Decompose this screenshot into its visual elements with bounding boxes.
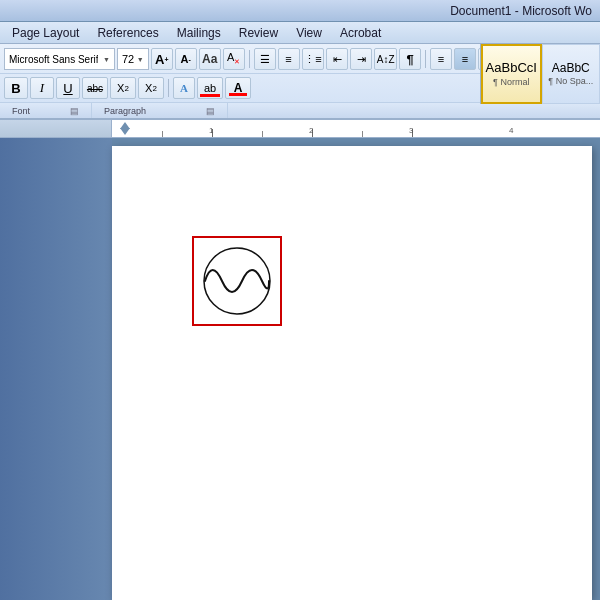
- ruler-label-3: 3: [409, 126, 413, 135]
- font-section-expand[interactable]: ▤: [70, 106, 79, 116]
- font-name-value: Microsoft Sans Serif: [9, 54, 98, 65]
- style-normal-label: ¶ Normal: [493, 77, 529, 87]
- clear-format-button[interactable]: A✕: [223, 48, 245, 70]
- sort-button[interactable]: A↕Z: [374, 48, 397, 70]
- highlight-icon: ab: [204, 82, 216, 94]
- left-sidebar: [0, 138, 112, 600]
- ruler: 1 2 3 4: [0, 120, 600, 138]
- text-effects-button[interactable]: A: [173, 77, 195, 99]
- style-nospace-label: ¶ No Spa...: [548, 76, 593, 86]
- italic-button[interactable]: I: [30, 77, 54, 99]
- paragraph-section-expand[interactable]: ▤: [206, 106, 215, 116]
- increase-indent-button[interactable]: ⇥: [350, 48, 372, 70]
- font-size-selector[interactable]: 72 ▼: [117, 48, 149, 70]
- strikethrough-button[interactable]: abc: [82, 77, 108, 99]
- menu-page-layout[interactable]: Page Layout: [4, 24, 87, 42]
- ruler-label-1: 1: [209, 126, 213, 135]
- shrink-font-button[interactable]: A-: [175, 48, 197, 70]
- ruler-content[interactable]: 1 2 3 4: [112, 120, 600, 137]
- separator3: [168, 79, 169, 97]
- highlight-color-button[interactable]: ab: [197, 77, 223, 99]
- indent-marker-bottom: [120, 128, 130, 135]
- separator1: [249, 50, 250, 68]
- align-center-button[interactable]: ≡: [454, 48, 476, 70]
- numbering-button[interactable]: ≡: [278, 48, 300, 70]
- menu-review[interactable]: Review: [231, 24, 286, 42]
- font-name-dropdown-icon: ▼: [103, 56, 110, 63]
- subscript-button[interactable]: X2: [110, 77, 136, 99]
- title-text: Document1 - Microsoft Wo: [450, 4, 592, 18]
- show-formatting-button[interactable]: ¶: [399, 48, 421, 70]
- ribbon-sections: Font ▤ Paragraph ▤: [0, 102, 600, 118]
- decrease-indent-button[interactable]: ⇤: [326, 48, 348, 70]
- svg-point-0: [204, 248, 270, 314]
- ruler-label-4: 4: [509, 126, 513, 135]
- text-effects-icon: A: [180, 82, 188, 94]
- menu-acrobat[interactable]: Acrobat: [332, 24, 389, 42]
- underline-button[interactable]: U: [56, 77, 80, 99]
- separator2: [425, 50, 426, 68]
- menu-mailings[interactable]: Mailings: [169, 24, 229, 42]
- font-color-indicator: [229, 93, 247, 96]
- ruler-tick-3: [262, 131, 263, 137]
- ribbon: AaBbCcI ¶ Normal AaBbC ¶ No Spa... Micro…: [0, 44, 600, 120]
- ruler-label-2: 2: [309, 126, 313, 135]
- font-size-dropdown-icon: ▼: [137, 56, 144, 63]
- clear-format-icon: A✕: [227, 51, 240, 66]
- menu-bar: Page Layout References Mailings Review V…: [0, 22, 600, 44]
- font-size-value: 72: [122, 53, 134, 65]
- content-area: [0, 138, 600, 600]
- title-bar: Document1 - Microsoft Wo: [0, 0, 600, 22]
- font-name-selector[interactable]: Microsoft Sans Serif ▼: [4, 48, 115, 70]
- style-normal[interactable]: AaBbCcI ¶ Normal: [481, 44, 542, 104]
- change-case-button[interactable]: Aa: [199, 48, 221, 70]
- bold-button[interactable]: B: [4, 77, 28, 99]
- bullets-button[interactable]: ☰: [254, 48, 276, 70]
- font-color-button[interactable]: A: [225, 77, 251, 99]
- grow-font-button[interactable]: A+: [151, 48, 173, 70]
- wave-symbol-container[interactable]: [192, 236, 282, 326]
- wave-svg: [197, 244, 277, 319]
- superscript-button[interactable]: X2: [138, 77, 164, 99]
- align-left-button[interactable]: ≡: [430, 48, 452, 70]
- ruler-left-margin: [0, 120, 112, 137]
- multilevel-list-button[interactable]: ⋮≡: [302, 48, 325, 70]
- ruler-tick-5: [362, 131, 363, 137]
- font-section-label: Font ▤: [0, 103, 92, 118]
- menu-view[interactable]: View: [288, 24, 330, 42]
- style-no-spacing[interactable]: AaBbC ¶ No Spa...: [542, 44, 601, 104]
- ruler-tick-1: [162, 131, 163, 137]
- menu-references[interactable]: References: [89, 24, 166, 42]
- style-normal-preview: AaBbCcI: [486, 61, 537, 75]
- document-page[interactable]: [112, 146, 592, 600]
- style-nospace-preview: AaBbC: [552, 62, 590, 75]
- paragraph-section-label: Paragraph ▤: [92, 103, 228, 118]
- styles-panel: AaBbCcI ¶ Normal AaBbC ¶ No Spa...: [480, 44, 600, 104]
